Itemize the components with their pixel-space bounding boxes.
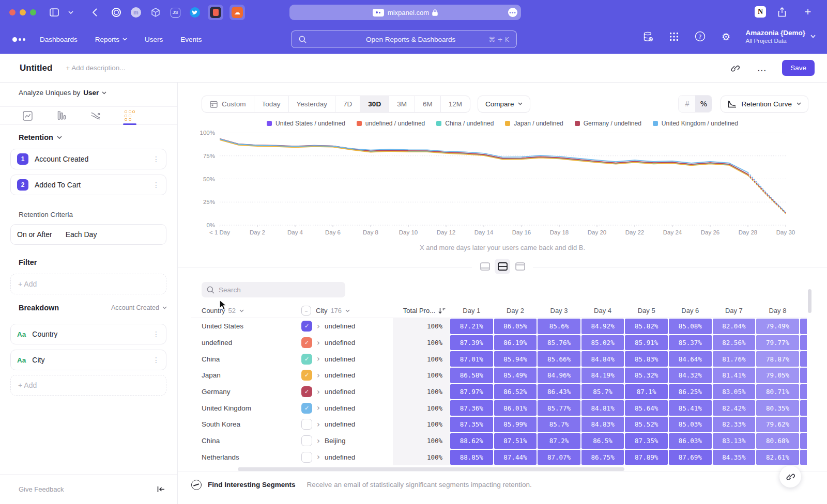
retention-cell-day-7[interactable]: 84.35% [713, 450, 756, 465]
help-icon[interactable]: ? [694, 30, 706, 43]
column-header-country[interactable]: Country52 [191, 304, 301, 318]
apps-grid-icon[interactable] [668, 30, 680, 43]
retention-cell-day-2[interactable]: 86.19% [494, 335, 537, 351]
retention-cell-day-5[interactable]: 85.91% [625, 335, 668, 351]
red-badge-icon[interactable] [208, 5, 223, 20]
share-icon[interactable] [775, 5, 789, 19]
nav-users[interactable]: Users [145, 36, 163, 43]
retention-cell-day-1[interactable]: 88.85% [450, 450, 493, 465]
share-link-floating-button[interactable] [779, 466, 801, 487]
retention-cell-day-8[interactable]: 80.68% [756, 433, 799, 449]
retention-section-label[interactable]: Retention [19, 133, 53, 141]
retention-cell-day-4[interactable]: 84.84% [581, 351, 624, 367]
criteria-interval[interactable]: Each Day [66, 230, 97, 239]
retention-cell-day-7[interactable]: 81.41% [713, 368, 756, 383]
minimize-window-button[interactable] [20, 9, 26, 15]
tab-retention[interactable] [119, 107, 141, 124]
chart-type-dropdown[interactable]: Retention Curve [721, 96, 808, 113]
retention-cell-day-1[interactable]: 87.35% [450, 417, 493, 432]
segments-title[interactable]: Find Interesting Segments [208, 481, 296, 489]
add-breakdown-button[interactable]: + Add [10, 375, 166, 396]
retention-cell-day-1[interactable]: 88.62% [450, 433, 493, 449]
retention-cell-day-2[interactable]: 87.44% [494, 450, 537, 465]
retention-cell-day-2[interactable]: 86.05% [494, 319, 537, 334]
notion-extension-icon[interactable]: N [755, 6, 766, 18]
layout-split-icon[interactable] [495, 259, 510, 274]
column-header-day-6[interactable]: Day 6 [668, 304, 712, 318]
retention-cell-day-5[interactable]: 87.1% [625, 384, 668, 400]
retention-cell-day-1[interactable]: 86.58% [450, 368, 493, 383]
tab-flows[interactable] [85, 107, 106, 124]
retention-cell-day-5[interactable]: 87.89% [625, 450, 668, 465]
expand-row-icon[interactable]: › [317, 420, 320, 429]
retention-cell-day-4[interactable]: 86.75% [581, 450, 624, 465]
compare-button[interactable]: Compare [478, 96, 531, 113]
row-series-checkbox[interactable] [301, 452, 312, 463]
retention-cell-day-8[interactable]: 79.77% [756, 335, 799, 351]
retention-cell-day-5[interactable]: 85.82% [625, 319, 668, 334]
retention-cell-day-3[interactable]: 87.2% [538, 433, 580, 449]
show-numbers-toggle[interactable]: # [679, 96, 695, 112]
breakdown-country[interactable]: Aa Country ⋮ [10, 324, 166, 344]
retention-cell-day-3[interactable]: 87.07% [538, 450, 580, 465]
nav-events[interactable]: Events [180, 36, 202, 43]
legend-item[interactable]: Japan / undefined [505, 120, 563, 127]
layout-table-only-icon[interactable] [512, 259, 528, 274]
retention-cell-day-2[interactable]: 87.51% [494, 433, 537, 449]
settings-gear-icon[interactable]: ⚙ [719, 30, 732, 43]
cube-icon[interactable] [149, 6, 162, 19]
row-series-checkbox[interactable] [301, 419, 312, 430]
retention-cell-day-8[interactable]: 80.35% [756, 400, 799, 416]
copy-link-icon[interactable] [728, 61, 742, 75]
retention-cell-day-1[interactable]: 87.01% [450, 351, 493, 367]
row-series-checkbox[interactable] [301, 435, 312, 446]
retention-cell-day-7[interactable]: 81.76% [713, 351, 756, 367]
data-management-icon[interactable] [642, 30, 654, 43]
row-series-checkbox[interactable]: ✓ [301, 337, 312, 348]
browser-sidebar-icon[interactable] [48, 6, 61, 19]
retention-cell-day-8[interactable]: 78.87% [756, 351, 799, 367]
retention-cell-day-1[interactable]: 87.39% [450, 335, 493, 351]
save-button[interactable]: Save [782, 60, 815, 76]
column-header-day-1[interactable]: Day 1 [450, 304, 494, 318]
retention-cell-day-5[interactable]: 87.35% [625, 433, 668, 449]
retention-cell-day-6[interactable]: 85.03% [669, 417, 712, 432]
retention-cell-day-7[interactable]: 82.56% [713, 335, 756, 351]
row-series-checkbox[interactable]: ✓ [301, 321, 312, 332]
expand-row-icon[interactable]: › [317, 322, 320, 331]
retention-cell-day-8[interactable]: 79.05% [756, 368, 799, 383]
column-header-day-4[interactable]: Day 4 [581, 304, 625, 318]
retention-cell-day-8[interactable]: 80.71% [756, 384, 799, 400]
retention-cell-day-3[interactable]: 86.43% [538, 384, 580, 400]
retention-cell-day-5[interactable]: 85.83% [625, 351, 668, 367]
row-series-checkbox[interactable]: ✓ [301, 386, 312, 397]
breakdown-applied-to-dropdown[interactable]: Account Created [111, 304, 167, 311]
give-feedback-link[interactable]: Give Feedback [19, 485, 64, 493]
range-30d[interactable]: 30D [360, 96, 389, 112]
one-password-icon[interactable] [110, 6, 123, 19]
legend-item[interactable]: United States / undefined [267, 120, 345, 127]
retention-line-plot[interactable] [220, 133, 786, 229]
column-header-day-3[interactable]: Day 3 [537, 304, 581, 318]
retention-cell-day-4[interactable]: 85.7% [581, 384, 624, 400]
range-3m[interactable]: 3M [389, 96, 415, 112]
retention-cell-day-6[interactable]: 86.25% [669, 384, 712, 400]
global-search[interactable]: Open Reports & Dashboards ⌘ + K [291, 30, 517, 48]
range-12m[interactable]: 12M [441, 96, 470, 112]
retention-cell-day-3[interactable]: 85.7% [538, 417, 580, 432]
range-today[interactable]: Today [254, 96, 289, 112]
retention-cell-day-6[interactable]: 84.32% [669, 368, 712, 383]
retention-cell-day-4[interactable]: 84.81% [581, 400, 624, 416]
expand-row-icon[interactable]: › [317, 452, 320, 462]
mixpanel-logo[interactable] [12, 37, 25, 42]
retention-cell-day-3[interactable]: 85.6% [538, 319, 580, 334]
retention-cell-day-7[interactable]: 83.05% [713, 384, 756, 400]
layout-chart-only-icon[interactable] [477, 259, 493, 274]
kebab-menu-icon[interactable]: ⋮ [152, 155, 160, 163]
retention-cell-day-5[interactable]: 85.64% [625, 400, 668, 416]
retention-cell-day-6[interactable]: 86.03% [669, 433, 712, 449]
retention-cell-day-1[interactable]: 87.21% [450, 319, 493, 334]
legend-item[interactable]: Germany / undefined [575, 120, 641, 127]
zoom-window-button[interactable] [30, 9, 36, 15]
range-custom[interactable]: Custom [202, 96, 254, 112]
